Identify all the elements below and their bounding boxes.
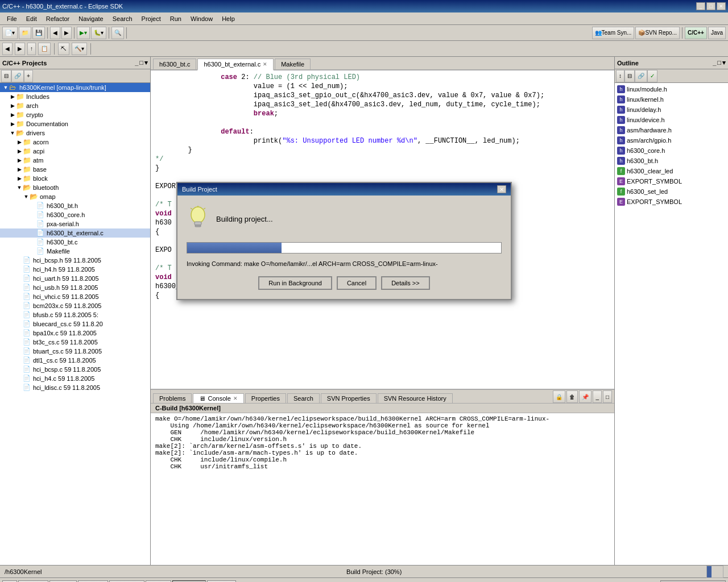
modal-buttons: Run in Background Cancel Details >> <box>187 276 502 290</box>
lightbulb-icon <box>187 205 209 233</box>
modal-overlay: Build Project ✕ Building project... <box>0 0 728 582</box>
svg-line-5 <box>191 208 192 209</box>
cancel-button[interactable]: Cancel <box>337 276 377 290</box>
modal-icon-row: Building project... <box>187 205 502 233</box>
details-button[interactable]: Details >> <box>381 276 430 290</box>
run-background-button[interactable]: Run in Background <box>258 276 332 290</box>
modal-command-text: Invoking Command: make O=/home/lamikr/..… <box>187 260 502 267</box>
modal-progress-row <box>187 242 502 253</box>
svg-rect-1 <box>195 222 201 225</box>
modal-dialog: Build Project ✕ Building project... <box>176 182 512 300</box>
modal-building-text: Building project... <box>216 215 273 223</box>
svg-line-4 <box>204 208 205 209</box>
svg-rect-2 <box>195 225 201 227</box>
svg-point-0 <box>191 207 205 223</box>
progress-bar-background <box>187 242 502 253</box>
modal-body: Building project... Invoking Command: ma… <box>177 196 511 299</box>
modal-title-text: Build Project <box>182 186 217 193</box>
modal-title-bar: Build Project ✕ <box>177 183 511 196</box>
progress-bar-fill <box>187 243 282 253</box>
modal-close-button[interactable]: ✕ <box>497 185 506 193</box>
